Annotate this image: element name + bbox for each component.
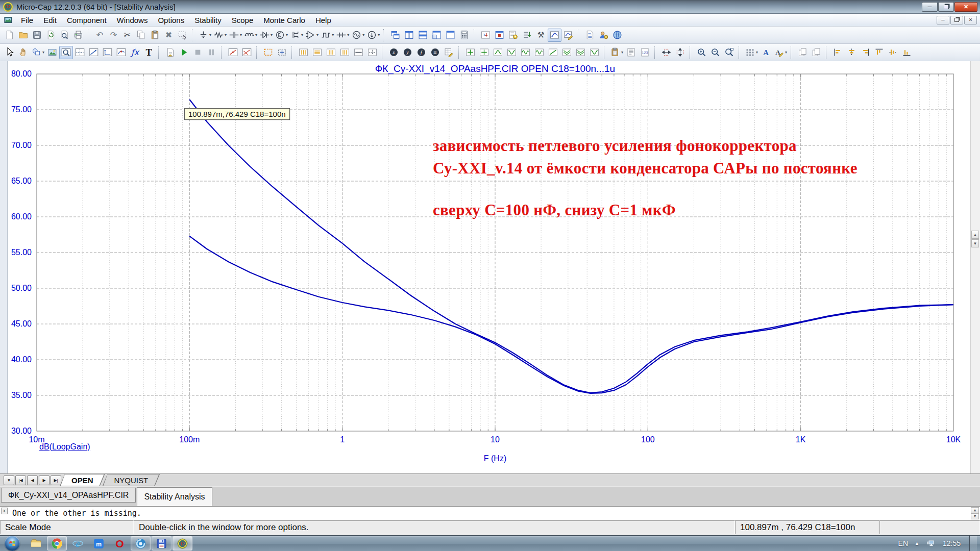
y-axis-expression[interactable]: dB(LoopGain) — [39, 442, 90, 452]
zoom-in-button[interactable] — [695, 46, 708, 59]
taskbar-app-windows-explorer[interactable] — [26, 536, 46, 550]
clipboard-special-dropdown-icon[interactable]: ▾ — [621, 50, 623, 55]
formula-text-button[interactable]: ƒx — [128, 46, 142, 59]
last-tab-button[interactable]: ▶| — [51, 475, 61, 485]
animate-run-button[interactable]: 3 — [479, 29, 493, 42]
crosshair-box-button[interactable] — [365, 46, 379, 59]
copy-button[interactable] — [134, 29, 148, 42]
zoom-area-button[interactable] — [722, 46, 736, 59]
picture-mode-button[interactable] — [45, 46, 59, 59]
restore-button[interactable] — [938, 2, 954, 12]
opamp-component-dropdown-icon[interactable]: ▾ — [316, 33, 318, 37]
taskbar-app-maxthon[interactable]: m — [89, 536, 109, 550]
point-tag-button[interactable] — [114, 46, 128, 59]
panel-vertical-3-button[interactable] — [338, 46, 352, 59]
analysis-window-button[interactable] — [493, 29, 506, 42]
document-tab-active[interactable]: Stability Analysis — [137, 487, 212, 506]
diode-component-button[interactable]: ▾ — [258, 29, 274, 42]
auto-scale-vertical-button[interactable] — [673, 46, 687, 59]
close-button[interactable]: ✕ — [954, 2, 977, 12]
document-tab-inactive[interactable]: ФК_Су-XXI_v14_OPAasHPF.CIR — [1, 488, 136, 503]
y-axis-settings-button[interactable]: y — [401, 46, 414, 59]
scroll-down-icon[interactable]: ▼ — [971, 239, 979, 247]
numeric-output-button[interactable] — [624, 46, 638, 59]
menu-windows[interactable]: Windows — [112, 15, 153, 25]
scroll-up-icon[interactable]: ▲ — [971, 231, 979, 239]
cursor-low-button[interactable] — [532, 46, 546, 59]
prev-tab-button[interactable]: ◀ — [27, 475, 38, 485]
component-list-button[interactable] — [506, 29, 520, 42]
message-close-button[interactable]: x — [1, 508, 8, 514]
align-middle-button[interactable] — [886, 46, 900, 59]
preferences-tools-button[interactable]: ⚒ — [534, 29, 548, 42]
menu-file[interactable]: File — [16, 15, 38, 25]
new-file-button[interactable] — [3, 29, 16, 42]
cursor-next-button[interactable] — [463, 46, 477, 59]
menu-component[interactable]: Component — [62, 15, 112, 25]
maximize-window-button[interactable] — [444, 29, 457, 42]
single-line-box-button[interactable] — [352, 46, 365, 59]
menu-monte-carlo[interactable]: Monte Carlo — [258, 15, 310, 25]
curve-C18=1u[interactable] — [189, 236, 953, 393]
sine-source-component-dropdown-icon[interactable]: ▾ — [362, 33, 364, 37]
document-window-icon[interactable] — [3, 15, 14, 24]
resistor-component-dropdown-icon[interactable]: ▾ — [225, 33, 227, 37]
font-settings-dropdown-icon[interactable]: ▾ — [785, 50, 787, 55]
stepping-button[interactable] — [520, 29, 534, 42]
plot-tab-open[interactable]: OPEN — [60, 474, 105, 486]
performance-tag-2-button[interactable] — [240, 46, 254, 59]
print-preview-button[interactable] — [58, 29, 71, 42]
cursor-previous-button[interactable] — [477, 46, 491, 59]
stability-chart[interactable] — [0, 61, 970, 473]
show-desktop-button[interactable] — [969, 536, 977, 551]
taskbar-app-blue-browser[interactable] — [131, 536, 151, 550]
web-links-button[interactable] — [610, 29, 624, 42]
align-bottom-button[interactable] — [900, 46, 914, 59]
transistor-component-button[interactable]: ▾ — [274, 29, 289, 42]
message-scroll-down-icon[interactable]: ▼ — [971, 513, 979, 519]
analysis-plot-button[interactable] — [548, 29, 561, 42]
add-scope-region-button[interactable] — [275, 46, 289, 59]
message-scrollbar[interactable]: ▲ ▼ — [971, 507, 979, 520]
data-points-button[interactable]: 123 — [638, 46, 652, 59]
battery-component-button[interactable]: ▾ — [335, 29, 350, 42]
cursor-mode-button[interactable] — [73, 46, 87, 59]
split-window-button[interactable] — [430, 29, 444, 42]
cursor-valley-button[interactable] — [505, 46, 519, 59]
redo-button[interactable]: ↷ — [107, 29, 120, 42]
print-button[interactable] — [71, 29, 85, 42]
menu-scope[interactable]: Scope — [227, 15, 259, 25]
resistor-component-button[interactable]: ▾ — [212, 29, 228, 42]
paste-button[interactable] — [148, 29, 162, 42]
edit-plot-button[interactable] — [561, 29, 575, 42]
panel-horizontal-button[interactable] — [310, 46, 324, 59]
zoom-out-button[interactable] — [708, 46, 722, 59]
align-center-button[interactable] — [845, 46, 859, 59]
undo-button[interactable]: ↶ — [93, 29, 107, 42]
select-mode-button[interactable] — [3, 46, 16, 59]
ground-component-button[interactable]: ▾ — [197, 29, 212, 42]
plot-tab-nyquist[interactable]: NYQUIST — [103, 474, 160, 486]
box-select-button[interactable] — [176, 29, 189, 42]
help-contents-button[interactable] — [583, 29, 597, 42]
child-restore-button[interactable] — [950, 16, 963, 24]
align-top-button[interactable] — [872, 46, 886, 59]
child-close-button[interactable]: ✕ — [964, 16, 977, 24]
menu-edit[interactable]: Edit — [38, 15, 62, 25]
mosfet-component-button[interactable]: ▾ — [289, 29, 304, 42]
properties-button[interactable] — [163, 46, 177, 59]
run-analysis-button[interactable] — [177, 46, 191, 59]
pulse-source-component-button[interactable]: ▾ — [320, 29, 335, 42]
capacitor-component-button[interactable]: ▾ — [228, 29, 243, 42]
text-mode-button[interactable]: T — [142, 46, 156, 59]
capacitor-component-dropdown-icon[interactable]: ▾ — [240, 33, 242, 37]
sine-source-component-button[interactable]: ▾ — [350, 29, 365, 42]
delete-button[interactable]: ✖ — [162, 29, 176, 42]
cut-button[interactable]: ✂ — [120, 29, 134, 42]
diode-component-dropdown-icon[interactable]: ▾ — [271, 33, 273, 37]
pulse-source-component-dropdown-icon[interactable]: ▾ — [332, 33, 334, 37]
panel-vertical-2-button[interactable] — [324, 46, 338, 59]
child-minimize-button[interactable]: ─ — [937, 16, 949, 24]
panel-vertical-1-button[interactable] — [297, 46, 310, 59]
align-left-button[interactable] — [831, 46, 845, 59]
